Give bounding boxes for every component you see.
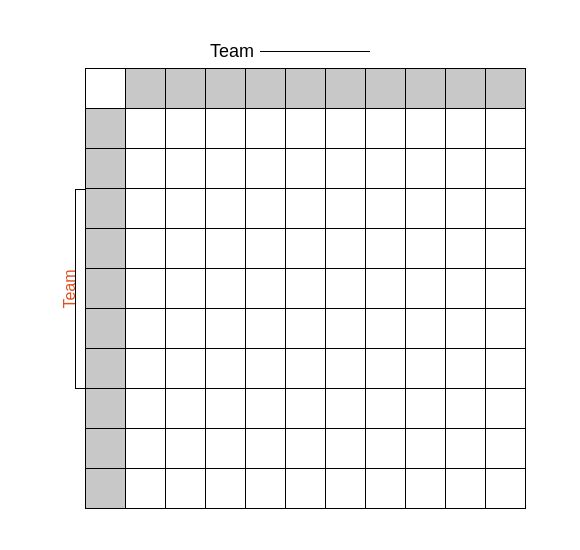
table-row bbox=[486, 109, 526, 149]
vertical-label-container: Team bbox=[55, 69, 85, 509]
table-row bbox=[406, 469, 446, 509]
table-row bbox=[206, 149, 246, 189]
table-row bbox=[246, 309, 286, 349]
table-row bbox=[166, 429, 206, 469]
table-row bbox=[86, 69, 126, 109]
table-row bbox=[366, 149, 406, 189]
table-row bbox=[126, 429, 166, 469]
table-row bbox=[366, 189, 406, 229]
table-row bbox=[446, 189, 486, 229]
table-row bbox=[206, 69, 246, 109]
table-row bbox=[246, 69, 286, 109]
table-row bbox=[86, 389, 126, 429]
header-title: Team bbox=[210, 41, 254, 62]
grid-container bbox=[85, 68, 526, 509]
table-row bbox=[366, 429, 406, 469]
table-row bbox=[446, 469, 486, 509]
table-row bbox=[246, 109, 286, 149]
table-row bbox=[206, 309, 246, 349]
table-row bbox=[406, 109, 446, 149]
table-row bbox=[326, 149, 366, 189]
table-row bbox=[486, 429, 526, 469]
table-row bbox=[126, 189, 166, 229]
table-row bbox=[126, 229, 166, 269]
table-row bbox=[406, 389, 446, 429]
table-row bbox=[206, 189, 246, 229]
table-row bbox=[286, 469, 326, 509]
table-row bbox=[446, 149, 486, 189]
table-row bbox=[486, 469, 526, 509]
table-row bbox=[166, 469, 206, 509]
table-row bbox=[366, 389, 406, 429]
table-row bbox=[366, 349, 406, 389]
table-row bbox=[166, 109, 206, 149]
table-row bbox=[406, 69, 446, 109]
vertical-bracket bbox=[75, 189, 85, 389]
table-row bbox=[86, 229, 126, 269]
table-row bbox=[406, 149, 446, 189]
table-row bbox=[166, 309, 206, 349]
table-row bbox=[286, 309, 326, 349]
table-row bbox=[246, 469, 286, 509]
table-row bbox=[326, 429, 366, 469]
grid-with-label: Team bbox=[55, 68, 526, 509]
table-row bbox=[406, 429, 446, 469]
table-row bbox=[86, 269, 126, 309]
table-row bbox=[246, 149, 286, 189]
table-row bbox=[326, 69, 366, 109]
table-row bbox=[126, 149, 166, 189]
table-row bbox=[166, 349, 206, 389]
table-row bbox=[206, 469, 246, 509]
table-row bbox=[126, 349, 166, 389]
table-row bbox=[86, 349, 126, 389]
table-row bbox=[246, 189, 286, 229]
header-underline bbox=[260, 51, 370, 52]
table-row bbox=[86, 469, 126, 509]
table-row bbox=[246, 389, 286, 429]
table-row bbox=[286, 349, 326, 389]
table-row bbox=[286, 229, 326, 269]
table-row bbox=[166, 69, 206, 109]
page-wrapper: Team Team bbox=[0, 0, 580, 550]
table-row bbox=[446, 269, 486, 309]
table-row bbox=[326, 189, 366, 229]
table-row bbox=[366, 269, 406, 309]
table-row bbox=[286, 149, 326, 189]
table-row bbox=[486, 309, 526, 349]
table-row bbox=[286, 389, 326, 429]
table-row bbox=[486, 69, 526, 109]
table-row bbox=[166, 189, 206, 229]
table-row bbox=[86, 189, 126, 229]
table-row bbox=[126, 269, 166, 309]
table-row bbox=[366, 309, 406, 349]
table-row bbox=[446, 349, 486, 389]
table-row bbox=[286, 429, 326, 469]
table-row bbox=[406, 189, 446, 229]
table-row bbox=[366, 109, 406, 149]
table-row bbox=[406, 269, 446, 309]
table-row bbox=[166, 229, 206, 269]
table-row bbox=[86, 149, 126, 189]
table-row bbox=[206, 349, 246, 389]
content-area: Team Team bbox=[55, 41, 526, 509]
table-row bbox=[406, 229, 446, 269]
table-row bbox=[286, 189, 326, 229]
table-row bbox=[86, 109, 126, 149]
header-row: Team bbox=[210, 41, 370, 62]
table-row bbox=[246, 229, 286, 269]
table-row bbox=[486, 269, 526, 309]
table-row bbox=[126, 109, 166, 149]
table-row bbox=[486, 149, 526, 189]
table-row bbox=[206, 269, 246, 309]
table-row bbox=[286, 109, 326, 149]
table-row bbox=[366, 469, 406, 509]
table-row bbox=[406, 349, 446, 389]
table-row bbox=[326, 109, 366, 149]
table-row bbox=[446, 109, 486, 149]
table-row bbox=[246, 269, 286, 309]
table-row bbox=[366, 69, 406, 109]
table-row bbox=[486, 349, 526, 389]
table-row bbox=[486, 189, 526, 229]
table-row bbox=[126, 309, 166, 349]
table-row bbox=[286, 69, 326, 109]
